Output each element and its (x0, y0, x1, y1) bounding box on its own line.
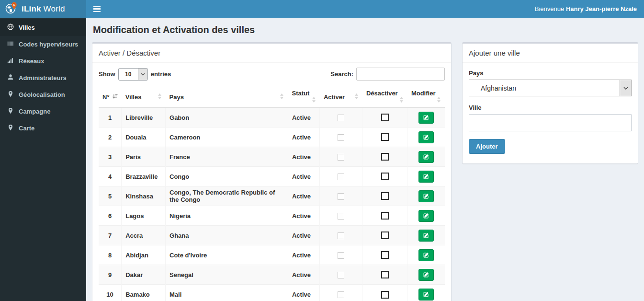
desactiver-checkbox[interactable] (381, 133, 389, 141)
panel-title: Ajouter une ville (463, 44, 638, 63)
sidebar-item-codes-hyperviseurs[interactable]: Codes hyperviseurs (0, 36, 86, 53)
desactiver-checkbox[interactable] (381, 291, 389, 299)
ajouter-button[interactable]: Ajouter (469, 139, 505, 154)
edit-icon (423, 272, 429, 279)
edit-button[interactable] (418, 249, 434, 261)
cell-ville: Bamako (122, 285, 166, 301)
sidebar-item-label: Réseaux (19, 58, 44, 65)
pays-label: Pays (469, 69, 632, 77)
brand-logo[interactable]: $ iLink World (0, 0, 86, 18)
table-row: 4BrazzavilleCongoActive (99, 167, 445, 186)
edit-button[interactable] (418, 190, 434, 202)
desactiver-checkbox[interactable] (381, 271, 389, 278)
cell-pays: Congo (166, 167, 288, 186)
cell-num: 6 (99, 206, 122, 226)
desactiver-checkbox[interactable] (381, 114, 389, 121)
column-header-villes[interactable]: Villes (122, 86, 166, 108)
desactiver-checkbox[interactable] (381, 192, 389, 200)
cell-num: 7 (99, 226, 122, 245)
activer-checkbox (338, 291, 344, 298)
cell-num: 9 (99, 265, 122, 285)
edit-button[interactable] (418, 210, 434, 222)
desactiver-checkbox[interactable] (381, 153, 389, 161)
desactiver-checkbox[interactable] (381, 232, 389, 239)
cell-pays: Mali (166, 285, 288, 301)
desactiver-checkbox[interactable] (381, 212, 389, 220)
sort-icon (354, 93, 359, 101)
cell-statut: Active (288, 108, 320, 127)
cell-num: 2 (99, 127, 122, 147)
chevron-down-icon (138, 69, 147, 80)
edit-button[interactable] (418, 289, 434, 301)
edit-button[interactable] (418, 112, 434, 124)
cell-ville: Lagos (122, 206, 166, 226)
top-header: $ iLink World Bienvenue Hanry Jean-pierr… (0, 0, 644, 18)
activer-checkbox (338, 115, 344, 121)
search-input[interactable] (356, 68, 445, 81)
table-row: 1LibrevilleGabonActive (99, 108, 445, 127)
sort-icon (399, 97, 404, 104)
sidebar-item-label: Villes (19, 24, 35, 31)
sidebar-item-label: Carte (19, 125, 34, 132)
sort-icon (312, 97, 316, 104)
edit-icon (423, 213, 429, 220)
table-row: 2DoualaCameroonActive (99, 127, 445, 147)
sidebar-item-geolocalisation[interactable]: Géolocalisation (0, 86, 86, 103)
cell-ville: Douala (122, 127, 166, 147)
cell-pays: Senegal (166, 265, 288, 285)
activer-checkbox (338, 174, 344, 180)
sidebar-item-reseaux[interactable]: Réseaux (0, 53, 86, 69)
edit-button[interactable] (418, 151, 434, 163)
sidebar-item-carte[interactable]: Carte (0, 120, 86, 137)
cell-statut: Active (288, 167, 320, 186)
sort-icon (158, 93, 162, 101)
cell-pays: Ghana (166, 226, 288, 245)
activer-checkbox (338, 213, 344, 220)
signal-icon (7, 57, 14, 65)
sidebar-toggle-icon[interactable] (93, 6, 103, 12)
column-header-pays[interactable]: Pays (166, 86, 288, 108)
user-icon (7, 74, 14, 82)
edit-button[interactable] (418, 131, 434, 143)
edit-button[interactable] (418, 269, 434, 281)
page-length-select[interactable]: 10 (118, 68, 148, 81)
column-header-num[interactable]: N° (99, 86, 122, 108)
sort-icon (437, 97, 441, 104)
cell-pays: Cameroon (166, 127, 288, 147)
add-city-panel: Ajouter une ville Pays Afghanistan Ville… (462, 42, 638, 164)
table-row: 6LagosNigeriaActive (99, 206, 445, 226)
sidebar: Villes Codes hyperviseurs Réseaux (0, 18, 86, 301)
map-marker-icon (7, 124, 14, 132)
map-marker-icon (7, 107, 14, 116)
cell-ville: Paris (122, 147, 166, 167)
sidebar-item-campagne[interactable]: Campagne (0, 103, 86, 120)
sidebar-item-administrateurs[interactable]: Administrateurs (0, 69, 86, 86)
villes-table: N° Villes (99, 86, 445, 301)
ville-input[interactable] (469, 114, 632, 131)
globe-pin-logo-icon: $ (5, 1, 18, 16)
activer-checkbox (338, 193, 344, 200)
cell-statut: Active (288, 127, 320, 147)
desactiver-checkbox[interactable] (381, 173, 389, 180)
column-header-desactiver[interactable]: Désactiver (362, 86, 407, 108)
page-title: Modification et Activation des villes (93, 24, 638, 35)
sidebar-item-label: Campagne (19, 108, 50, 115)
cell-statut: Active (288, 186, 320, 206)
sort-asc-icon (113, 93, 118, 101)
column-header-statut[interactable]: Statut (288, 86, 320, 108)
sidebar-item-villes[interactable]: Villes (0, 19, 86, 36)
edit-button[interactable] (418, 171, 434, 183)
pays-select[interactable]: Afghanistan (469, 80, 632, 96)
cell-num: 4 (99, 167, 122, 186)
cell-statut: Active (288, 285, 320, 301)
edit-icon (423, 232, 429, 240)
edit-icon (423, 174, 429, 181)
welcome-user[interactable]: Bienvenue Hanry Jean-pierre Nzale (535, 5, 637, 12)
cell-ville: Accra (122, 226, 166, 245)
edit-button[interactable] (418, 230, 434, 242)
activer-checkbox (338, 272, 344, 278)
column-header-modifier[interactable]: Modifier (407, 86, 445, 108)
table-row: 8AbidjanCote d'IvoireActive (99, 245, 445, 265)
column-header-activer[interactable]: Activer (320, 86, 362, 108)
desactiver-checkbox[interactable] (381, 251, 389, 259)
